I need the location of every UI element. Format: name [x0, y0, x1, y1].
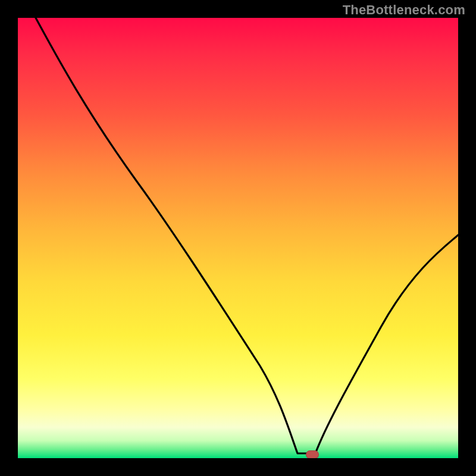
watermark-text: TheBottleneck.com: [343, 2, 465, 18]
curve-svg: [18, 18, 458, 458]
bottleneck-curve-path: [36, 18, 458, 453]
optimal-point-marker: [306, 450, 319, 458]
chart-frame: TheBottleneck.com: [0, 0, 476, 476]
plot-area: [18, 18, 458, 458]
